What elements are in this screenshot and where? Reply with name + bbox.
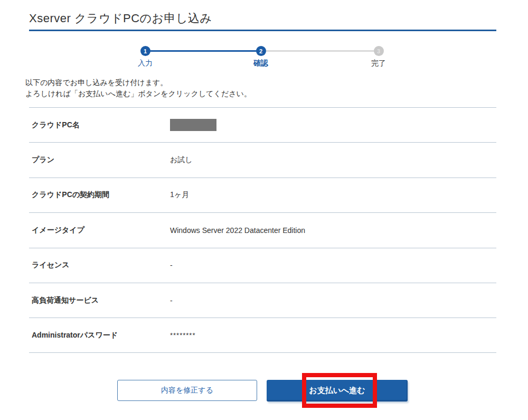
progress-stepper: 1 2 3 入力 確認 完了: [0, 0, 528, 71]
table-row-plan: プラン お試し: [29, 142, 496, 177]
row-value: -: [170, 261, 173, 269]
instruction-line-1: 以下の内容でお申し込みを受け付けます。: [25, 77, 251, 88]
table-row-cloudpc-name: クラウドPC名: [29, 107, 496, 142]
step-label-complete: 完了: [357, 59, 400, 68]
redacted-value-box: [170, 119, 216, 131]
row-value: お試し: [170, 155, 193, 165]
row-value: 1ヶ月: [170, 190, 189, 200]
table-row-image-type: イメージタイプ Windows Server 2022 Datacenter E…: [29, 212, 496, 247]
row-label: Administratorパスワード: [29, 331, 170, 340]
row-label: ライセンス: [29, 260, 170, 270]
table-row-contract-period: クラウドPCの契約期間 1ヶ月: [29, 178, 496, 212]
modify-content-button[interactable]: 内容を修正する: [117, 380, 257, 401]
row-label: クラウドPCの契約期間: [29, 190, 170, 200]
order-summary-table: クラウドPC名 プラン お試し クラウドPCの契約期間 1ヶ月 イメージタイプ …: [29, 107, 496, 353]
step-circle-complete: 3: [374, 46, 384, 56]
row-value: [170, 119, 216, 131]
row-value: Windows Server 2022 Datacenter Edition: [170, 226, 305, 235]
step-circle-input: 1: [140, 46, 150, 56]
row-label: クラウドPC名: [29, 120, 170, 130]
table-row-license: ライセンス -: [29, 248, 496, 283]
row-label: プラン: [29, 155, 170, 165]
stepper-track-todo: [261, 50, 379, 52]
instruction-line-2: よろしければ「お支払いへ進む」ボタンをクリックしてください。: [25, 88, 251, 99]
instructions: 以下の内容でお申し込みを受け付けます。 よろしければ「お支払いへ進む」ボタンをク…: [25, 77, 251, 99]
step-circle-confirm: 2: [256, 46, 266, 56]
table-row-admin-password: Administratorパスワード ********: [29, 318, 496, 352]
step-label-confirm: 確認: [240, 59, 282, 68]
row-value: ********: [170, 331, 195, 339]
table-row-load-notification: 高負荷通知サービス -: [29, 283, 496, 318]
step-label-input: 入力: [124, 59, 166, 68]
step-number: 3: [377, 48, 380, 54]
application-confirm-page: Xserver クラウドPCのお申し込み 1 2 3 入力 確認 完了 以下の内…: [0, 0, 528, 420]
step-number: 2: [259, 48, 262, 54]
row-label: イメージタイプ: [29, 226, 170, 235]
step-number: 1: [144, 48, 147, 54]
row-label: 高負荷通知サービス: [29, 296, 170, 305]
proceed-to-payment-button[interactable]: お支払いへ進む: [267, 380, 408, 402]
row-value: -: [170, 296, 173, 305]
stepper-track-done: [145, 50, 261, 52]
